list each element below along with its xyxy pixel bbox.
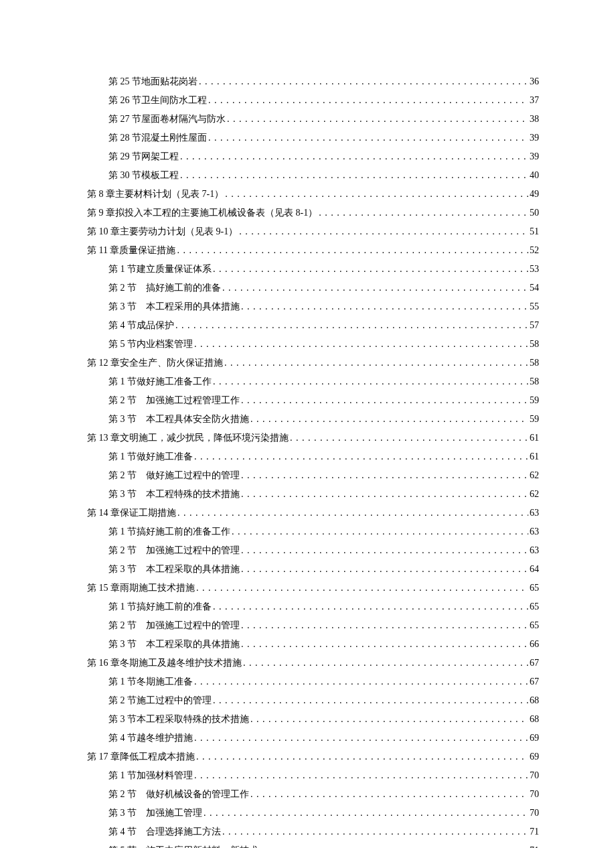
toc-leader-dots: [241, 485, 528, 504]
toc-entry-label: 第 28 节混凝土刚性屋面: [108, 129, 207, 147]
toc-entry: 第 29 节网架工程39: [87, 147, 539, 166]
toc-entry-page: 65: [530, 616, 539, 635]
toc-leader-dots: [241, 466, 528, 485]
toc-entry-label: 第 14 章保证工期措施: [87, 504, 176, 522]
toc-entry-label: 第 5 节 施工中应用新材料、新技术: [108, 841, 258, 848]
toc-leader-dots: [222, 279, 528, 297]
toc-entry-page: 68: [530, 691, 539, 710]
toc-entry: 第 3 节 加强施工管理70: [87, 804, 539, 823]
toc-entry-label: 第 1 节冬期施工准备: [108, 673, 193, 691]
toc-entry-page: 67: [530, 673, 539, 691]
toc-entry-page: 53: [530, 260, 539, 279]
toc-entry-label: 第 3 节 本工程具体安全防火措施: [108, 410, 249, 429]
toc-leader-dots: [177, 241, 528, 260]
toc-entry: 第 1 节冬期施工准备67: [87, 673, 539, 691]
toc-entry-label: 第 26 节卫生间防水工程: [108, 91, 207, 110]
toc-entry: 第 1 节加强材料管理70: [87, 766, 539, 785]
toc-leader-dots: [208, 91, 528, 110]
toc-entry-page: 69: [530, 748, 539, 766]
toc-entry-label: 第 30 节模板工程: [108, 166, 179, 185]
toc-leader-dots: [239, 222, 528, 241]
toc-leader-dots: [213, 691, 528, 710]
toc-entry: 第 2 节 搞好施工前的准备54: [87, 279, 539, 297]
toc-leader-dots: [204, 804, 528, 823]
toc-entry-label: 第 12 章安全生产、防火保证措施: [87, 354, 223, 372]
toc-leader-dots: [250, 785, 528, 804]
toc-entry-label: 第 1 节加强材料管理: [108, 766, 193, 785]
toc-leader-dots: [243, 654, 528, 673]
toc-entry: 第 2 节 加强施工过程中的管理65: [87, 616, 539, 635]
toc-leader-dots: [319, 204, 528, 222]
toc-entry-page: 58: [530, 354, 539, 372]
toc-entry: 第 12 章安全生产、防火保证措施58: [87, 354, 539, 372]
toc-entry-page: 36: [530, 72, 539, 91]
toc-entry-page: 70: [530, 766, 539, 785]
toc-entry: 第 3 节 本工程采取的具体措施64: [87, 560, 539, 579]
table-of-contents: 第 25 节地面贴花岗岩36第 26 节卫生间防水工程37第 27 节屋面卷材隔…: [87, 72, 539, 848]
toc-entry: 第 14 章保证工期措施63: [87, 504, 539, 522]
toc-entry: 第 30 节模板工程40: [87, 166, 539, 185]
toc-entry-page: 63: [530, 541, 539, 560]
toc-entry-label: 第 3 节 本工程特殊的技术措施: [108, 485, 240, 504]
toc-leader-dots: [213, 260, 528, 279]
toc-entry-page: 57: [530, 316, 539, 335]
toc-entry-page: 61: [530, 429, 539, 447]
toc-entry-page: 69: [530, 729, 539, 748]
toc-entry: 第 1 节搞好施工前的准备65: [87, 597, 539, 616]
toc-leader-dots: [250, 710, 528, 729]
toc-entry-label: 第 16 章冬期施工及越冬维护技术措施: [87, 654, 242, 673]
toc-entry: 第 2 节 加强施工过程管理工作59: [87, 391, 539, 410]
toc-leader-dots: [213, 597, 528, 616]
toc-leader-dots: [194, 673, 528, 691]
toc-entry-page: 50: [530, 204, 539, 222]
toc-entry: 第 4 节 合理选择施工方法71: [87, 823, 539, 841]
toc-entry: 第 11 章质量保证措施52: [87, 241, 539, 260]
toc-entry: 第 16 章冬期施工及越冬维护技术措施67: [87, 654, 539, 673]
toc-entry: 第 1 节做好施工准备61: [87, 447, 539, 466]
toc-leader-dots: [208, 129, 528, 147]
toc-leader-dots: [232, 522, 528, 541]
toc-entry: 第 2 节 加强施工过程中的管理63: [87, 541, 539, 560]
toc-entry-page: 59: [530, 410, 539, 429]
toc-entry-label: 第 10 章主要劳动力计划（见表 9-1）: [87, 222, 238, 241]
toc-entry-page: 62: [530, 466, 539, 485]
toc-entry-label: 第 3 节 加强施工管理: [108, 804, 202, 823]
toc-entry-page: 49: [530, 185, 539, 204]
toc-entry-page: 64: [530, 560, 539, 579]
toc-entry-label: 第 4 节成品保护: [108, 316, 174, 335]
toc-entry: 第 4 节越冬维护措施69: [87, 729, 539, 748]
toc-entry-page: 59: [530, 391, 539, 410]
toc-entry-label: 第 2 节 加强施工过程管理工作: [108, 391, 240, 410]
toc-entry-label: 第 8 章主要材料计划（见表 7-1）: [87, 185, 224, 204]
toc-entry-label: 第 1 节做好施工准备: [108, 447, 193, 466]
toc-entry-page: 54: [530, 279, 539, 297]
toc-entry-label: 第 2 节 搞好施工前的准备: [108, 279, 221, 297]
toc-leader-dots: [194, 729, 528, 748]
toc-entry-label: 第 25 节地面贴花岗岩: [108, 72, 198, 91]
toc-entry-label: 第 15 章雨期施工技术措施: [87, 579, 195, 597]
toc-entry-page: 62: [530, 485, 539, 504]
toc-entry-page: 38: [530, 110, 539, 129]
toc-leader-dots: [225, 185, 528, 204]
toc-entry-page: 52: [530, 241, 539, 260]
toc-entry-page: 67: [530, 654, 539, 673]
toc-leader-dots: [241, 391, 528, 410]
toc-entry: 第 17 章降低工程成本措施69: [87, 748, 539, 766]
toc-entry-page: 65: [530, 597, 539, 616]
toc-entry-label: 第 3 节 本工程采用的具体措施: [108, 297, 240, 316]
toc-entry: 第 3 节 本工程特殊的技术措施62: [87, 485, 539, 504]
toc-entry-page: 71: [530, 841, 539, 848]
toc-entry-label: 第 3 节本工程采取特殊的技术措施: [108, 710, 249, 729]
toc-entry: 第 5 节内业档案管理58: [87, 335, 539, 354]
toc-entry-label: 第 1 节搞好施工前的准备工作: [108, 522, 230, 541]
toc-entry-page: 68: [530, 710, 539, 729]
toc-entry: 第 4 节成品保护57: [87, 316, 539, 335]
toc-entry: 第 13 章文明施工，减少扰民，降低环境污染措施61: [87, 429, 539, 447]
toc-leader-dots: [241, 635, 528, 654]
toc-leader-dots: [241, 560, 528, 579]
toc-leader-dots: [199, 72, 528, 91]
toc-entry: 第 10 章主要劳动力计划（见表 9-1）51: [87, 222, 539, 241]
toc-leader-dots: [241, 297, 528, 316]
toc-entry: 第 1 节建立质量保证体系53: [87, 260, 539, 279]
toc-leader-dots: [194, 447, 528, 466]
